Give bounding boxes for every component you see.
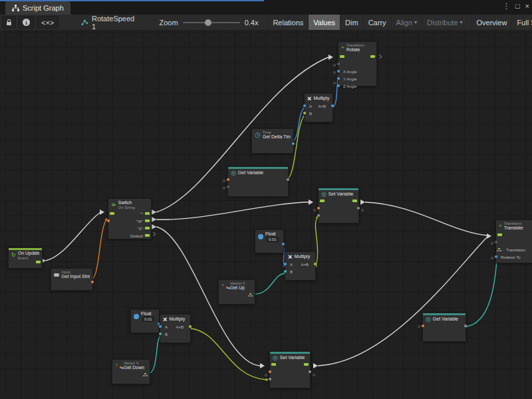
- unconnected-port-ring: [313, 374, 315, 376]
- distribute-button[interactable]: Distribute ▾: [422, 15, 467, 30]
- fullscreen-button[interactable]: Full Screen: [511, 15, 532, 30]
- align-button[interactable]: Align ▾: [391, 15, 422, 30]
- flow-in-port[interactable]: [340, 55, 344, 58]
- flow-out-port[interactable]: [36, 261, 41, 263]
- window-controls: ⋮ □ ×: [503, 2, 529, 11]
- zoom-slider-handle[interactable]: [205, 19, 211, 26]
- vector3-output-port[interactable]: [248, 293, 254, 297]
- node-float-literal[interactable]: Float 0.01: [130, 309, 160, 333]
- node-set-variable[interactable]: ◎ Set Variable: [269, 351, 311, 388]
- multiply-icon: ×: [163, 316, 167, 323]
- float-value-field[interactable]: 0.01: [267, 237, 279, 242]
- variable-name-port[interactable]: [317, 207, 320, 209]
- node-get-input-string[interactable]: Input Get Input String: [51, 268, 93, 291]
- node-translate[interactable]: + Transform Translate Translation Relati…: [495, 219, 532, 263]
- flow-out-port[interactable]: [352, 200, 357, 202]
- node-get-variable[interactable]: ◎ Get Variable: [422, 313, 466, 342]
- tab-script-graph[interactable]: Script Graph: [5, 1, 70, 15]
- inspect-button[interactable]: i: [18, 16, 35, 29]
- z-angle-port[interactable]: [337, 84, 340, 87]
- menu-icon[interactable]: ⋮: [503, 2, 510, 11]
- node-multiply[interactable]: × Multiply A A×B B: [160, 314, 191, 343]
- translation-port[interactable]: [497, 247, 503, 251]
- x-angle-port[interactable]: [337, 70, 340, 72]
- output-port[interactable]: [464, 325, 467, 327]
- node-on-update[interactable]: ↻ On Update Event: [8, 247, 43, 269]
- output-port[interactable]: [91, 281, 94, 283]
- values-button[interactable]: Values: [308, 15, 340, 30]
- float-value-field[interactable]: 0.01: [142, 317, 154, 322]
- vector3-output-port[interactable]: [143, 372, 149, 376]
- node-float-literal[interactable]: Float 0.01: [255, 229, 284, 253]
- flow-out-port[interactable]: [304, 363, 309, 366]
- flow-in-port[interactable]: [497, 233, 502, 236]
- fallback-port[interactable]: [227, 186, 229, 188]
- input-b-port[interactable]: [303, 112, 306, 114]
- dim-button[interactable]: Dim: [340, 15, 363, 30]
- node-subtitle: On String: [118, 205, 135, 209]
- output-port[interactable]: [331, 104, 334, 107]
- maximize-icon[interactable]: □: [515, 2, 520, 11]
- node-switch-on-string[interactable]: ⋔ Switch On String "" "W" "S" Default: [108, 198, 152, 239]
- case-out-port[interactable]: [145, 227, 150, 229]
- selector-port[interactable]: [107, 219, 110, 222]
- variable-name-port[interactable]: [227, 178, 229, 181]
- node-vector3-get-down[interactable]: ↑ Vector 3 Get Down: [112, 359, 150, 384]
- flow-in-port[interactable]: [110, 212, 114, 215]
- input-b-port[interactable]: [284, 270, 287, 273]
- insert-node-button[interactable]: <×>: [37, 16, 59, 29]
- target-port[interactable]: [337, 63, 340, 65]
- carry-button[interactable]: Carry: [363, 15, 391, 30]
- graph-canvas[interactable]: [0, 30, 532, 399]
- input-a-port[interactable]: [284, 263, 287, 265]
- value-port[interactable]: [317, 214, 320, 217]
- node-multiply[interactable]: × Multiply A A×B B: [285, 251, 316, 281]
- node-set-variable[interactable]: ◎ Set Variable: [318, 188, 359, 223]
- graph-breadcrumb[interactable]: RotateSpeed 1: [81, 15, 135, 31]
- unconnected-port-ring: [313, 209, 316, 211]
- node-multiply[interactable]: × Multiply A A×B B: [304, 93, 333, 122]
- lock-button[interactable]: [2, 16, 16, 29]
- output-port[interactable]: [357, 207, 360, 209]
- relative-to-port[interactable]: [495, 255, 497, 258]
- node-get-delta-time[interactable]: ◷ Time Get Delta Time: [251, 128, 294, 154]
- zoom-slider[interactable]: [183, 22, 240, 23]
- output-port[interactable]: [292, 142, 295, 145]
- node-rotate[interactable]: + Transform Rotate X Angle Y Angle Z Ang…: [338, 41, 377, 86]
- value-port[interactable]: [269, 378, 271, 380]
- variable-name-port[interactable]: [422, 325, 424, 327]
- chevron-down-icon: ▾: [460, 19, 463, 25]
- y-angle-port[interactable]: [337, 77, 340, 80]
- variable-icon: ◎: [321, 192, 327, 197]
- variable-name-port[interactable]: [269, 370, 271, 373]
- vector3-icon: ↑: [221, 283, 224, 289]
- node-get-variable[interactable]: ◎ Get Variable: [227, 166, 289, 197]
- input-a-port[interactable]: [159, 325, 162, 328]
- input-a-port[interactable]: [303, 104, 306, 107]
- port-label: A: [290, 263, 293, 267]
- flow-out-port[interactable]: [370, 55, 375, 58]
- default-out-port[interactable]: [145, 234, 150, 237]
- output-port[interactable]: [282, 243, 285, 245]
- node-title: Set Variable: [329, 192, 354, 197]
- output-port[interactable]: [309, 370, 311, 373]
- output-port[interactable]: [287, 178, 289, 181]
- case-out-port[interactable]: [145, 219, 150, 222]
- chevron-down-icon: ▾: [414, 19, 417, 25]
- info-icon: i: [23, 19, 30, 26]
- output-port[interactable]: [189, 325, 192, 328]
- overview-button[interactable]: Overview: [471, 15, 512, 30]
- node-title: On Update: [18, 251, 39, 256]
- close-icon[interactable]: ×: [525, 2, 529, 11]
- relations-button[interactable]: Relations: [267, 15, 308, 30]
- unity-visual-scripting-window: { "window": { "focus_accent": "#3e6fb8",…: [0, 0, 532, 399]
- node-vector3-get-up[interactable]: ↑ Vector 3 Get Up: [218, 279, 255, 305]
- unconnected-port-ring: [265, 374, 267, 376]
- output-port[interactable]: [314, 263, 317, 265]
- target-port[interactable]: [495, 241, 497, 243]
- input-b-port[interactable]: [159, 332, 162, 335]
- unconnected-port-ring: [418, 325, 420, 328]
- flow-in-port[interactable]: [320, 200, 325, 202]
- case-out-port[interactable]: [145, 212, 150, 215]
- flow-in-port[interactable]: [271, 363, 276, 366]
